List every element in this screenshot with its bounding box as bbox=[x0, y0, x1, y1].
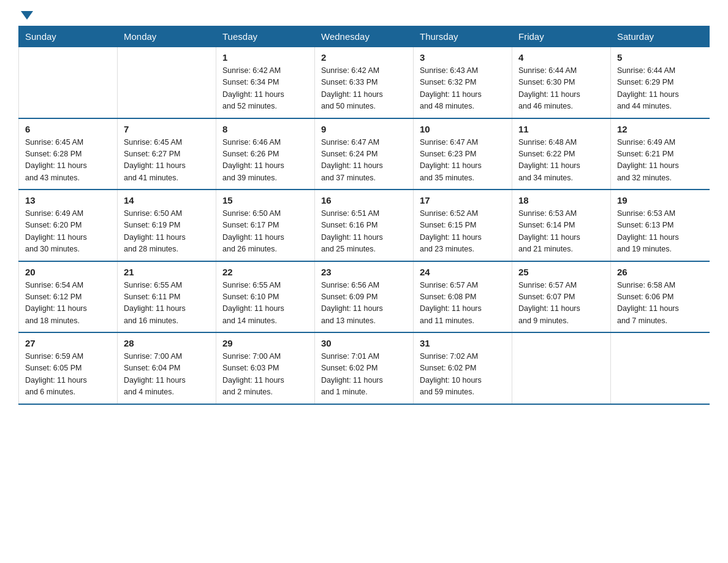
day-number: 4 bbox=[518, 52, 604, 63]
page-header bbox=[18, 12, 710, 20]
calendar-cell: 19Sunrise: 6:53 AMSunset: 6:13 PMDayligh… bbox=[611, 190, 710, 261]
calendar-header-sunday: Sunday bbox=[19, 26, 118, 47]
calendar-cell: 23Sunrise: 6:56 AMSunset: 6:09 PMDayligh… bbox=[315, 261, 414, 333]
calendar-header-thursday: Thursday bbox=[414, 26, 512, 47]
day-number: 31 bbox=[420, 338, 506, 348]
day-number: 18 bbox=[518, 195, 604, 205]
day-info: Sunrise: 6:49 AMSunset: 6:21 PMDaylight:… bbox=[617, 137, 703, 185]
calendar-header-wednesday: Wednesday bbox=[315, 26, 414, 47]
day-info: Sunrise: 6:52 AMSunset: 6:15 PMDaylight:… bbox=[420, 208, 506, 256]
calendar-header-row: SundayMondayTuesdayWednesdayThursdayFrid… bbox=[19, 26, 710, 47]
day-info: Sunrise: 6:55 AMSunset: 6:10 PMDaylight:… bbox=[222, 280, 308, 327]
day-info: Sunrise: 6:59 AMSunset: 6:05 PMDaylight:… bbox=[25, 351, 111, 399]
day-info: Sunrise: 6:50 AMSunset: 6:19 PMDaylight:… bbox=[124, 208, 210, 256]
day-info: Sunrise: 7:02 AMSunset: 6:02 PMDaylight:… bbox=[420, 351, 506, 399]
calendar-table: SundayMondayTuesdayWednesdayThursdayFrid… bbox=[18, 26, 710, 405]
day-number: 2 bbox=[321, 52, 407, 63]
calendar-cell bbox=[118, 47, 216, 118]
calendar-cell: 11Sunrise: 6:48 AMSunset: 6:22 PMDayligh… bbox=[512, 118, 611, 190]
day-info: Sunrise: 6:50 AMSunset: 6:17 PMDaylight:… bbox=[222, 208, 308, 256]
day-info: Sunrise: 6:55 AMSunset: 6:11 PMDaylight:… bbox=[124, 280, 210, 327]
calendar-header-tuesday: Tuesday bbox=[216, 26, 315, 47]
calendar-cell bbox=[611, 332, 710, 404]
day-number: 24 bbox=[420, 267, 506, 277]
day-number: 10 bbox=[420, 124, 506, 134]
day-number: 3 bbox=[420, 52, 506, 63]
day-info: Sunrise: 6:51 AMSunset: 6:16 PMDaylight:… bbox=[321, 208, 407, 256]
calendar-cell: 29Sunrise: 7:00 AMSunset: 6:03 PMDayligh… bbox=[216, 332, 315, 404]
calendar-header-saturday: Saturday bbox=[611, 26, 710, 47]
calendar-cell bbox=[19, 47, 118, 118]
day-number: 25 bbox=[518, 267, 604, 277]
calendar-week-1: 6Sunrise: 6:45 AMSunset: 6:28 PMDaylight… bbox=[19, 118, 710, 190]
day-info: Sunrise: 6:47 AMSunset: 6:23 PMDaylight:… bbox=[420, 137, 506, 185]
calendar-cell: 17Sunrise: 6:52 AMSunset: 6:15 PMDayligh… bbox=[414, 190, 512, 261]
day-info: Sunrise: 6:57 AMSunset: 6:08 PMDaylight:… bbox=[420, 280, 506, 327]
day-number: 5 bbox=[617, 52, 703, 63]
day-number: 14 bbox=[124, 195, 210, 205]
logo-arrow-icon bbox=[21, 11, 33, 20]
calendar-cell: 13Sunrise: 6:49 AMSunset: 6:20 PMDayligh… bbox=[19, 190, 118, 261]
day-number: 16 bbox=[321, 195, 407, 205]
day-number: 6 bbox=[25, 124, 111, 134]
day-number: 12 bbox=[617, 124, 703, 134]
calendar-cell: 21Sunrise: 6:55 AMSunset: 6:11 PMDayligh… bbox=[118, 261, 216, 333]
calendar-week-4: 27Sunrise: 6:59 AMSunset: 6:05 PMDayligh… bbox=[19, 332, 710, 404]
calendar-cell: 16Sunrise: 6:51 AMSunset: 6:16 PMDayligh… bbox=[315, 190, 414, 261]
day-number: 26 bbox=[617, 267, 703, 277]
day-info: Sunrise: 6:49 AMSunset: 6:20 PMDaylight:… bbox=[25, 208, 111, 256]
calendar-cell: 14Sunrise: 6:50 AMSunset: 6:19 PMDayligh… bbox=[118, 190, 216, 261]
calendar-cell bbox=[512, 332, 611, 404]
calendar-header: SundayMondayTuesdayWednesdayThursdayFrid… bbox=[19, 26, 710, 47]
calendar-cell: 30Sunrise: 7:01 AMSunset: 6:02 PMDayligh… bbox=[315, 332, 414, 404]
day-number: 27 bbox=[25, 338, 111, 348]
calendar-cell: 6Sunrise: 6:45 AMSunset: 6:28 PMDaylight… bbox=[19, 118, 118, 190]
calendar-cell: 26Sunrise: 6:58 AMSunset: 6:06 PMDayligh… bbox=[611, 261, 710, 333]
calendar-cell: 8Sunrise: 6:46 AMSunset: 6:26 PMDaylight… bbox=[216, 118, 315, 190]
calendar-cell: 24Sunrise: 6:57 AMSunset: 6:08 PMDayligh… bbox=[414, 261, 512, 333]
day-info: Sunrise: 6:56 AMSunset: 6:09 PMDaylight:… bbox=[321, 280, 407, 327]
day-info: Sunrise: 6:44 AMSunset: 6:30 PMDaylight:… bbox=[518, 65, 604, 113]
day-info: Sunrise: 6:53 AMSunset: 6:14 PMDaylight:… bbox=[518, 208, 604, 256]
day-number: 29 bbox=[222, 338, 308, 348]
day-number: 13 bbox=[25, 195, 111, 205]
day-info: Sunrise: 6:43 AMSunset: 6:32 PMDaylight:… bbox=[420, 65, 506, 113]
day-number: 23 bbox=[321, 267, 407, 277]
day-info: Sunrise: 7:01 AMSunset: 6:02 PMDaylight:… bbox=[321, 351, 407, 399]
day-info: Sunrise: 6:58 AMSunset: 6:06 PMDaylight:… bbox=[617, 280, 703, 327]
calendar-cell: 25Sunrise: 6:57 AMSunset: 6:07 PMDayligh… bbox=[512, 261, 611, 333]
day-info: Sunrise: 6:57 AMSunset: 6:07 PMDaylight:… bbox=[518, 280, 604, 327]
calendar-cell: 28Sunrise: 7:00 AMSunset: 6:04 PMDayligh… bbox=[118, 332, 216, 404]
day-number: 21 bbox=[124, 267, 210, 277]
logo bbox=[18, 12, 33, 20]
calendar-cell: 10Sunrise: 6:47 AMSunset: 6:23 PMDayligh… bbox=[414, 118, 512, 190]
calendar-cell: 15Sunrise: 6:50 AMSunset: 6:17 PMDayligh… bbox=[216, 190, 315, 261]
calendar-header-friday: Friday bbox=[512, 26, 611, 47]
day-info: Sunrise: 6:42 AMSunset: 6:34 PMDaylight:… bbox=[222, 65, 308, 113]
day-info: Sunrise: 6:45 AMSunset: 6:27 PMDaylight:… bbox=[124, 137, 210, 185]
calendar-cell: 22Sunrise: 6:55 AMSunset: 6:10 PMDayligh… bbox=[216, 261, 315, 333]
calendar-cell: 20Sunrise: 6:54 AMSunset: 6:12 PMDayligh… bbox=[19, 261, 118, 333]
day-info: Sunrise: 6:53 AMSunset: 6:13 PMDaylight:… bbox=[617, 208, 703, 256]
calendar-header-monday: Monday bbox=[118, 26, 216, 47]
calendar-cell: 27Sunrise: 6:59 AMSunset: 6:05 PMDayligh… bbox=[19, 332, 118, 404]
day-info: Sunrise: 6:54 AMSunset: 6:12 PMDaylight:… bbox=[25, 280, 111, 327]
calendar-cell: 1Sunrise: 6:42 AMSunset: 6:34 PMDaylight… bbox=[216, 47, 315, 118]
day-number: 11 bbox=[518, 124, 604, 134]
calendar-cell: 12Sunrise: 6:49 AMSunset: 6:21 PMDayligh… bbox=[611, 118, 710, 190]
calendar-cell: 2Sunrise: 6:42 AMSunset: 6:33 PMDaylight… bbox=[315, 47, 414, 118]
calendar-week-3: 20Sunrise: 6:54 AMSunset: 6:12 PMDayligh… bbox=[19, 261, 710, 333]
calendar-cell: 3Sunrise: 6:43 AMSunset: 6:32 PMDaylight… bbox=[414, 47, 512, 118]
day-info: Sunrise: 6:47 AMSunset: 6:24 PMDaylight:… bbox=[321, 137, 407, 185]
calendar-cell: 5Sunrise: 6:44 AMSunset: 6:29 PMDaylight… bbox=[611, 47, 710, 118]
day-number: 7 bbox=[124, 124, 210, 134]
day-info: Sunrise: 6:44 AMSunset: 6:29 PMDaylight:… bbox=[617, 65, 703, 113]
day-info: Sunrise: 7:00 AMSunset: 6:03 PMDaylight:… bbox=[222, 351, 308, 399]
day-info: Sunrise: 7:00 AMSunset: 6:04 PMDaylight:… bbox=[124, 351, 210, 399]
calendar-cell: 4Sunrise: 6:44 AMSunset: 6:30 PMDaylight… bbox=[512, 47, 611, 118]
logo-blue-row bbox=[18, 12, 33, 20]
calendar-week-2: 13Sunrise: 6:49 AMSunset: 6:20 PMDayligh… bbox=[19, 190, 710, 261]
calendar-cell: 18Sunrise: 6:53 AMSunset: 6:14 PMDayligh… bbox=[512, 190, 611, 261]
day-number: 19 bbox=[617, 195, 703, 205]
day-info: Sunrise: 6:42 AMSunset: 6:33 PMDaylight:… bbox=[321, 65, 407, 113]
